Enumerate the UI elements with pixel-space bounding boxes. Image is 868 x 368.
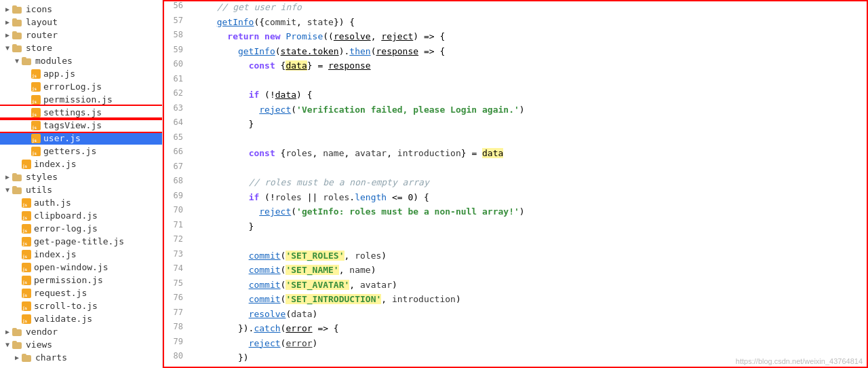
- code-line-64: 64 }: [163, 117, 868, 132]
- sidebar-item-layout[interactable]: ▶ layout: [0, 16, 162, 29]
- folder-icon-views: [12, 341, 23, 349]
- sidebar-item-modules[interactable]: ▼ modules: [0, 54, 162, 67]
- sidebar-item-getters-js[interactable]: getters.js: [0, 145, 162, 158]
- collapse-arrow-icons: ▶: [3, 5, 12, 13]
- line-gutter: [190, 204, 203, 219]
- collapse-arrow-store: ▼: [3, 44, 12, 52]
- sidebar-item-charts[interactable]: ▶ charts: [0, 351, 162, 364]
- sidebar-item-get-page-title-js[interactable]: get-page-title.js: [0, 235, 162, 248]
- line-gutter: [190, 15, 203, 30]
- sidebar-item-label: charts: [35, 352, 67, 363]
- sidebar-item-error-log-js[interactable]: error-log.js: [0, 222, 162, 235]
- sidebar-item-vendor[interactable]: ▶ vendor: [0, 325, 162, 338]
- line-number: 57: [163, 15, 190, 30]
- line-gutter: [190, 307, 203, 322]
- line-number: 80: [163, 350, 190, 365]
- sidebar-item-label: app.js: [43, 69, 75, 79]
- line-number: 73: [163, 249, 190, 263]
- line-gutter: [190, 321, 203, 336]
- line-number: 60: [163, 58, 190, 73]
- folder-icon-layout: [12, 18, 23, 26]
- sidebar-item-label: vendor: [26, 327, 58, 337]
- line-code: commit('SET_INTRODUCTION', introduction): [203, 292, 868, 307]
- sidebar-item-user-js[interactable]: user.js: [0, 132, 162, 145]
- line-gutter: [190, 292, 203, 307]
- file-icon-clipboard-js: [22, 211, 31, 221]
- line-number: 74: [163, 263, 190, 278]
- sidebar-item-app-js[interactable]: app.js: [0, 67, 162, 80]
- file-icon-utils-index-js: [22, 250, 31, 259]
- line-gutter: [190, 146, 203, 161]
- file-icon-store-index-js: [22, 160, 31, 169]
- sidebar-item-router[interactable]: ▶ router: [0, 29, 162, 41]
- sidebar-item-validate-js[interactable]: validate.js: [0, 312, 162, 325]
- folder-icon-styles: [12, 173, 23, 181]
- sidebar-item-label: validate.js: [34, 314, 92, 324]
- sidebar-item-permission-js[interactable]: permission.js: [0, 93, 162, 106]
- code-scroll-container[interactable]: 56 // get user info 57 getInfo({commit, …: [163, 0, 868, 368]
- sidebar-item-label: error-log.js: [34, 223, 98, 234]
- sidebar-item-label: index.js: [34, 159, 77, 169]
- sidebar-item-label: icons: [26, 4, 52, 14]
- line-code: reject('getInfo: roles must be a non-nul…: [203, 204, 868, 219]
- line-number: 63: [163, 103, 190, 117]
- sidebar-item-utils-index-js[interactable]: index.js: [0, 248, 162, 261]
- code-line-66: 66 const {roles, name, avatar, introduct…: [163, 146, 868, 161]
- line-gutter: [190, 132, 203, 147]
- collapse-arrow-modules: ▼: [12, 57, 22, 65]
- line-code: resolve(data): [203, 307, 868, 322]
- line-code: // roles must be a non-empty array: [203, 175, 868, 190]
- watermark: https://blog.csdn.net/weixin_43764814: [736, 357, 863, 365]
- line-number: 76: [163, 292, 190, 307]
- line-gutter: [190, 175, 203, 190]
- sidebar-item-tagsview-js[interactable]: tagsView.js: [0, 119, 162, 132]
- sidebar-item-open-window-js[interactable]: open-window.js: [0, 261, 162, 274]
- sidebar-item-label: user.js: [43, 133, 81, 143]
- collapse-arrow-layout: ▶: [3, 18, 12, 26]
- line-gutter: [190, 350, 203, 365]
- sidebar-item-label: router: [26, 30, 58, 40]
- file-icon-app-js: [31, 69, 41, 79]
- sidebar-item-store[interactable]: ▼ store: [0, 41, 162, 54]
- sidebar-item-scroll-to-js[interactable]: scroll-to.js: [0, 299, 162, 312]
- sidebar-item-auth-js[interactable]: auth.js: [0, 196, 162, 209]
- code-line-63: 63 reject('Verification failed, please L…: [163, 103, 868, 117]
- code-line-57: 57 getInfo({commit, state}) {: [163, 15, 868, 30]
- file-icon-utils-permission-js: [22, 276, 31, 285]
- file-icon-error-log-js: [22, 224, 31, 234]
- sidebar-item-store-index-js[interactable]: index.js: [0, 158, 162, 170]
- file-icon-auth-js: [22, 198, 31, 208]
- sidebar-item-label: index.js: [34, 249, 77, 259]
- sidebar-item-views[interactable]: ▼ views: [0, 338, 162, 351]
- line-number: 66: [163, 146, 190, 161]
- line-code: const {data} = response: [203, 58, 868, 73]
- sidebar-item-icons[interactable]: ▶ icons: [0, 3, 162, 16]
- folder-icon-router: [12, 31, 23, 39]
- line-gutter: [190, 73, 203, 88]
- code-line-75: 75 commit('SET_AVATAR', avatar): [163, 278, 868, 293]
- line-number: 75: [163, 278, 190, 293]
- line-code: commit('SET_NAME', name): [203, 263, 868, 278]
- code-line-60: 60 const {data} = response: [163, 58, 868, 73]
- line-gutter: [190, 263, 203, 278]
- sidebar-item-errorlog-js[interactable]: errorLog.js: [0, 80, 162, 93]
- code-line-74: 74 commit('SET_NAME', name): [163, 263, 868, 278]
- sidebar-item-request-js[interactable]: request.js: [0, 287, 162, 299]
- sidebar-item-label: permission.js: [34, 275, 103, 285]
- line-gutter: [190, 58, 203, 73]
- code-line-68: 68 // roles must be a non-empty array: [163, 175, 868, 190]
- sidebar-item-clipboard-js[interactable]: clipboard.js: [0, 209, 162, 222]
- file-icon-getters-js: [31, 147, 41, 156]
- sidebar-item-utils[interactable]: ▼ utils: [0, 183, 162, 196]
- file-icon-settings-js: [31, 108, 41, 117]
- file-tree[interactable]: ▶ icons ▶ layout ▶ router ▼ store ▼ modu…: [0, 0, 163, 368]
- sidebar-item-settings-js[interactable]: settings.js: [0, 106, 162, 119]
- sidebar-item-label: layout: [26, 17, 58, 27]
- sidebar-item-styles[interactable]: ▶ styles: [0, 170, 162, 183]
- folder-icon-modules: [22, 57, 33, 65]
- file-icon-permission-js: [31, 95, 41, 105]
- line-number: 59: [163, 44, 190, 59]
- line-number: 72: [163, 234, 190, 249]
- file-icon-user-js: [31, 134, 41, 143]
- sidebar-item-utils-permission-js[interactable]: permission.js: [0, 274, 162, 287]
